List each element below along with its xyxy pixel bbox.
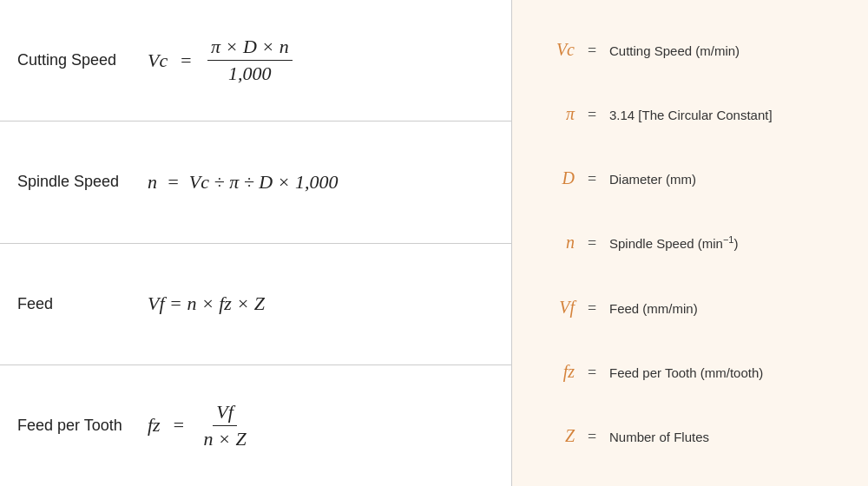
legend-fz-symbol: fz bbox=[533, 362, 575, 382]
legend-z-symbol: Z bbox=[533, 426, 575, 446]
feed-label: Feed bbox=[17, 295, 148, 313]
feed-expression: Vf = n × fz × Z bbox=[148, 292, 265, 315]
legend-pi-desc: 3.14 [The Circular Constant] bbox=[609, 108, 773, 122]
spindle-speed-expression: n = Vc ÷ π ÷ D × 1,000 bbox=[148, 171, 338, 194]
feed-per-tooth-lhs: fz bbox=[148, 414, 161, 437]
legend-fz-desc: Feed per Tooth (mm/tooth) bbox=[609, 365, 763, 380]
formula-feed-per-tooth: Feed per Tooth fz = Vf n × Z bbox=[0, 365, 511, 486]
legend-vc-desc: Cutting Speed (m/min) bbox=[609, 43, 740, 58]
legend-d-symbol: D bbox=[533, 168, 575, 188]
cutting-speed-equals: = bbox=[174, 49, 197, 72]
legend-d-eq: = bbox=[575, 170, 609, 188]
legend-vf: Vf = Feed (mm/min) bbox=[533, 298, 847, 318]
cutting-speed-lhs: Vc bbox=[148, 49, 168, 72]
legend-z: Z = Number of Flutes bbox=[533, 426, 847, 446]
legend-n: n = Spindle Speed (min−1) bbox=[533, 233, 847, 253]
feed-formula: Vf = n × fz × Z bbox=[148, 292, 265, 315]
legend-pi: π = 3.14 [The Circular Constant] bbox=[533, 104, 847, 124]
legend-z-eq: = bbox=[575, 428, 609, 446]
formulas-panel: Cutting Speed Vc = π × D × n 1,000 Spind… bbox=[0, 0, 512, 486]
spindle-speed-formula: n = Vc ÷ π ÷ D × 1,000 bbox=[148, 171, 338, 194]
legend-pi-symbol: π bbox=[533, 104, 575, 124]
spindle-speed-label: Spindle Speed bbox=[17, 173, 148, 191]
legend-d: D = Diameter (mm) bbox=[533, 168, 847, 188]
feed-per-tooth-equals: = bbox=[168, 414, 190, 437]
legend-pi-eq: = bbox=[575, 106, 609, 124]
legend-n-symbol: n bbox=[533, 233, 575, 253]
legend-n-desc: Spindle Speed (min−1) bbox=[609, 234, 738, 251]
legend-fz-eq: = bbox=[575, 364, 609, 382]
formula-feed: Feed Vf = n × fz × Z bbox=[0, 244, 511, 365]
formula-cutting-speed: Cutting Speed Vc = π × D × n 1,000 bbox=[0, 0, 511, 122]
feed-per-tooth-denominator: n × Z bbox=[201, 426, 250, 450]
legend-d-desc: Diameter (mm) bbox=[609, 172, 696, 187]
legend-vc-symbol: Vc bbox=[533, 40, 575, 60]
feed-per-tooth-formula: fz = Vf n × Z bbox=[148, 401, 253, 450]
cutting-speed-formula: Vc = π × D × n 1,000 bbox=[148, 36, 296, 85]
feed-per-tooth-label: Feed per Tooth bbox=[17, 417, 148, 435]
feed-per-tooth-fraction: Vf n × Z bbox=[201, 401, 250, 450]
legend-n-eq: = bbox=[575, 234, 609, 253]
cutting-speed-fraction: π × D × n 1,000 bbox=[207, 36, 293, 85]
legend-fz: fz = Feed per Tooth (mm/tooth) bbox=[533, 362, 847, 382]
legend-vf-eq: = bbox=[575, 299, 609, 318]
legend-vf-symbol: Vf bbox=[533, 298, 575, 318]
legend-vc-eq: = bbox=[575, 42, 609, 60]
cutting-speed-numerator: π × D × n bbox=[207, 36, 293, 61]
cutting-speed-denominator: 1,000 bbox=[225, 61, 275, 85]
legend-z-desc: Number of Flutes bbox=[609, 430, 709, 444]
legend-panel: Vc = Cutting Speed (m/min) π = 3.14 [The… bbox=[512, 0, 868, 486]
cutting-speed-label: Cutting Speed bbox=[17, 51, 148, 69]
formula-spindle-speed: Spindle Speed n = Vc ÷ π ÷ D × 1,000 bbox=[0, 122, 511, 243]
legend-vf-desc: Feed (mm/min) bbox=[609, 301, 698, 316]
feed-per-tooth-numerator: Vf bbox=[213, 401, 237, 426]
legend-vc: Vc = Cutting Speed (m/min) bbox=[533, 40, 847, 60]
